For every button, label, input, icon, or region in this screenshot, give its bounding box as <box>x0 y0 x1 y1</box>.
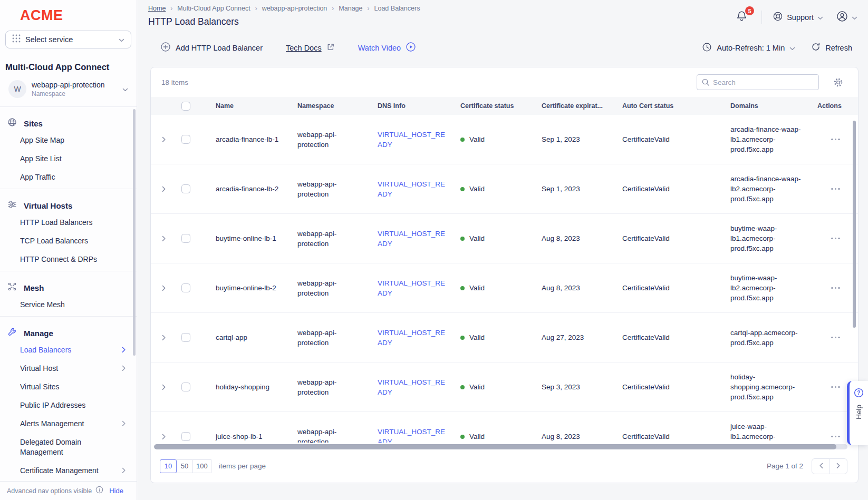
notifications-button[interactable]: 5 <box>732 9 751 25</box>
search-input[interactable] <box>697 74 819 90</box>
cell-name: arcadia-finance-lb-1 <box>216 134 297 144</box>
sidebar-item-virtual-sites[interactable]: Virtual Sites <box>0 378 137 396</box>
row-expand-chevron[interactable] <box>162 136 166 143</box>
breadcrumb-separator: › <box>255 5 257 12</box>
grid-icon <box>12 34 21 45</box>
row-expand-chevron[interactable] <box>162 236 166 242</box>
chevron-right-icon <box>836 462 841 471</box>
search-icon <box>701 78 710 89</box>
column-header-certificate-expirat: Certificate expirat... <box>542 102 622 110</box>
sidebar-item-alerts-management[interactable]: Alerts Management <box>0 415 137 433</box>
status-dot-icon <box>460 385 465 389</box>
help-tab[interactable]: ? Help <box>847 381 868 445</box>
row-checkbox[interactable] <box>181 234 190 243</box>
sidebar-item-certificate-management[interactable]: Certificate Management <box>0 462 137 480</box>
sidebar-item-load-balancers[interactable]: Load Balancers <box>0 341 137 359</box>
row-checkbox[interactable] <box>181 135 190 144</box>
cell-certificate-expiration: Aug 8, 2023 <box>542 432 622 442</box>
sidebar-item-virtual-host[interactable]: Virtual Host <box>0 359 137 378</box>
row-actions-menu[interactable] <box>817 337 858 339</box>
tech-docs-link[interactable]: Tech Docs <box>286 43 335 53</box>
breadcrumb-item-webapp-api-protection[interactable]: webapp-api-protection <box>262 5 327 12</box>
breadcrumb-separator: › <box>170 5 172 12</box>
table-row-cartql-app: cartql-appwebapp-api-protectionVIRTUAL_H… <box>151 313 858 362</box>
mesh-icon <box>7 282 17 293</box>
cell-dns-info[interactable]: VIRTUAL_HOST_READY <box>378 427 460 443</box>
refresh-button[interactable]: Refresh <box>811 42 852 53</box>
sidebar-item-app-site-list[interactable]: App Site List <box>0 150 137 168</box>
sidebar-item-app-site-map[interactable]: App Site Map <box>0 131 137 150</box>
row-expand-chevron[interactable] <box>162 335 166 341</box>
cell-dns-info[interactable]: VIRTUAL_HOST_READY <box>378 229 460 249</box>
chevron-down-icon <box>122 84 128 94</box>
row-actions-menu[interactable] <box>817 188 858 190</box>
sidebar-item-tcp-load-balancers[interactable]: TCP Load Balancers <box>0 232 137 250</box>
page-size-10[interactable]: 10 <box>160 459 177 473</box>
sidebar-nav: SitesApp Site MapApp Site ListApp Traffi… <box>0 107 137 481</box>
chevron-right-icon <box>122 466 126 476</box>
column-header-name: Name <box>216 102 297 110</box>
sidebar-item-delegated-domain-management[interactable]: Delegated Domain Management <box>0 433 137 462</box>
cell-dns-info[interactable]: VIRTUAL_HOST_READY <box>378 278 460 298</box>
horizontal-scrollbar[interactable] <box>154 444 847 449</box>
cell-certificate-expiration: Sep 1, 2023 <box>542 134 622 144</box>
select-all-checkbox[interactable] <box>181 102 190 111</box>
status-dot-icon <box>460 237 465 241</box>
row-checkbox[interactable] <box>181 184 190 193</box>
namespace-selector[interactable]: W webapp-api-protection Namespace <box>5 80 131 98</box>
row-actions-menu[interactable] <box>817 287 858 289</box>
sidebar-scrollbar[interactable] <box>133 109 136 356</box>
cell-domains: arcadia-finance-waap-lb2.acmecorp-prod.f… <box>730 174 817 204</box>
table-row-buytime-online-lb-1: buytime-online-lb-1webapp-api-protection… <box>151 214 858 263</box>
cell-namespace: webapp-api-protection <box>297 377 378 397</box>
row-checkbox[interactable] <box>181 432 190 441</box>
sidebar-item-public-ip-addresses[interactable]: Public IP Addresses <box>0 396 137 415</box>
next-page-button[interactable] <box>830 459 847 474</box>
page-title: HTTP Load Balancers <box>148 16 420 27</box>
auto-refresh-dropdown[interactable]: Auto-Refresh: 1 Min <box>702 42 795 54</box>
row-expand-chevron[interactable] <box>162 186 166 192</box>
table-search <box>697 74 819 90</box>
service-selector[interactable]: Select service <box>5 31 131 48</box>
sidebar-item-http-connect-drps[interactable]: HTTP Connect & DRPs <box>0 250 137 269</box>
row-expand-chevron[interactable] <box>162 384 166 390</box>
breadcrumb-item-multi-cloud-app-connect[interactable]: Multi-Cloud App Connect <box>177 5 250 12</box>
status-dot-icon <box>460 435 465 439</box>
row-checkbox[interactable] <box>181 333 190 342</box>
table-row-arcadia-finance-lb-1: arcadia-finance-lb-1webapp-api-protectio… <box>151 115 858 164</box>
sidebar-footer: Advanced nav options visible Hide <box>0 481 137 500</box>
add-http-load-balancer-button[interactable]: Add HTTP Load Balancer <box>160 42 263 54</box>
vertical-scrollbar[interactable] <box>853 121 856 328</box>
sidebar-item-service-mesh[interactable]: Service Mesh <box>0 296 137 314</box>
page-size-100[interactable]: 100 <box>192 459 211 473</box>
previous-page-button[interactable] <box>812 459 830 474</box>
sidebar-item-app-traffic[interactable]: App Traffic <box>0 168 137 187</box>
row-checkbox[interactable] <box>181 383 190 391</box>
cell-domains: buytime-waap-lb1.acmecorp-prod.f5xc.app <box>730 223 817 253</box>
breadcrumb-item-home[interactable]: Home <box>148 5 166 12</box>
support-menu[interactable]: Support <box>773 11 823 24</box>
table-settings-button[interactable] <box>833 77 843 87</box>
cell-dns-info[interactable]: VIRTUAL_HOST_READY <box>378 377 460 397</box>
page-size-50[interactable]: 50 <box>176 459 193 473</box>
cell-dns-info[interactable]: VIRTUAL_HOST_READY <box>378 328 460 348</box>
breadcrumb-item-load-balancers[interactable]: Load Balancers <box>374 5 420 12</box>
question-circle-icon: ? <box>854 388 864 400</box>
cell-dns-info[interactable]: VIRTUAL_HOST_READY <box>378 130 460 150</box>
breadcrumb-item-manage[interactable]: Manage <box>339 5 362 12</box>
sidebar-item-http-load-balancers[interactable]: HTTP Load Balancers <box>0 213 137 232</box>
row-expand-chevron[interactable] <box>162 285 166 291</box>
per-page-label: items per page <box>219 462 266 470</box>
cell-name: buytime-online-lb-1 <box>216 233 297 243</box>
row-checkbox[interactable] <box>181 283 190 292</box>
cell-name: buytime-online-lb-2 <box>216 283 297 293</box>
cell-dns-info[interactable]: VIRTUAL_HOST_READY <box>378 179 460 199</box>
status-dot-icon <box>460 336 465 340</box>
hide-nav-button[interactable]: Hide <box>109 487 123 495</box>
account-menu[interactable] <box>836 10 857 25</box>
row-expand-chevron[interactable] <box>162 434 166 440</box>
row-actions-menu[interactable] <box>817 238 858 240</box>
row-actions-menu[interactable] <box>817 139 858 141</box>
watch-video-link[interactable]: Watch Video <box>358 42 416 54</box>
cell-auto-cert-status: CertificateValid <box>622 332 730 342</box>
